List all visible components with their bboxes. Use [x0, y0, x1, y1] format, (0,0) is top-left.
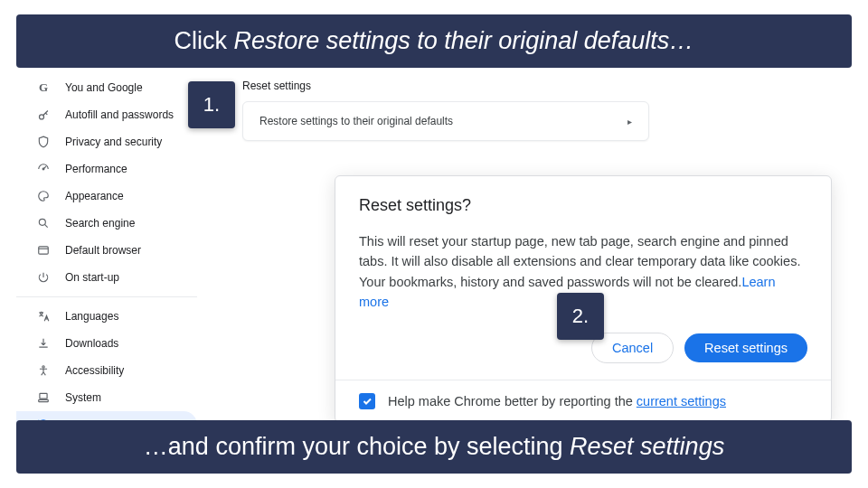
- svg-rect-6: [39, 399, 49, 401]
- system-icon: [36, 390, 51, 405]
- sidebar-separator: [16, 296, 197, 297]
- power-icon: [36, 270, 51, 285]
- search-icon: [36, 216, 51, 230]
- sidebar-item-startup[interactable]: On start-up: [16, 264, 197, 291]
- speedometer-icon: [36, 162, 51, 176]
- settings-sidebar: G You and Google Autofill and passwords …: [16, 74, 197, 477]
- banner-bottom-italic: Reset settings: [570, 433, 724, 460]
- translate-icon: [36, 309, 51, 324]
- sidebar-item-label: Downloads: [65, 337, 118, 350]
- step-badge-2: 2.: [557, 293, 604, 340]
- svg-rect-5: [40, 393, 47, 399]
- sidebar-item-default-browser[interactable]: Default browser: [16, 237, 197, 264]
- dialog-title: Reset settings?: [359, 196, 807, 215]
- step-badge-1: 1.: [188, 81, 235, 128]
- instruction-banner-top: Click Restore settings to their original…: [16, 14, 852, 68]
- dialog-footer: Help make Chrome better by reporting the…: [335, 380, 831, 422]
- sidebar-item-label: On start-up: [65, 271, 119, 284]
- sidebar-item-label: Accessibility: [65, 364, 124, 377]
- sidebar-item-label: Languages: [65, 310, 118, 323]
- sidebar-item-label: Search engine: [65, 217, 135, 230]
- report-settings-checkbox[interactable]: [359, 393, 375, 409]
- section-title: Reset settings: [242, 80, 649, 92]
- footer-text: Help make Chrome better by reporting the: [388, 394, 637, 408]
- sidebar-item-autofill[interactable]: Autofill and passwords: [16, 101, 197, 128]
- browser-icon: [36, 243, 51, 258]
- sidebar-item-accessibility[interactable]: Accessibility: [16, 357, 197, 384]
- sidebar-item-system[interactable]: System: [16, 384, 197, 411]
- shield-icon: [36, 135, 51, 149]
- banner-top-prefix: Click: [175, 27, 234, 54]
- current-settings-link[interactable]: current settings: [637, 394, 726, 408]
- main-panel: Reset settings Restore settings to their…: [242, 80, 649, 141]
- restore-defaults-label: Restore settings to their original defau…: [259, 115, 453, 127]
- download-icon: [36, 336, 51, 351]
- sidebar-item-appearance[interactable]: Appearance: [16, 183, 197, 210]
- reset-settings-button[interactable]: Reset settings: [684, 333, 807, 362]
- sidebar-item-downloads[interactable]: Downloads: [16, 330, 197, 357]
- instruction-banner-bottom: …and confirm your choice by selecting Re…: [16, 420, 852, 474]
- banner-bottom-prefix: …and confirm your choice by selecting: [144, 433, 570, 460]
- accessibility-icon: [36, 363, 51, 378]
- sidebar-item-search-engine[interactable]: Search engine: [16, 210, 197, 237]
- sidebar-item-label: Privacy and security: [65, 136, 162, 148]
- sidebar-item-label: Appearance: [65, 190, 124, 202]
- restore-defaults-row[interactable]: Restore settings to their original defau…: [242, 101, 649, 141]
- content-area: G You and Google Autofill and passwords …: [16, 74, 852, 414]
- palette-icon: [36, 189, 51, 203]
- sidebar-item-label: You and Google: [65, 81, 143, 94]
- chevron-right-icon: ▸: [627, 117, 632, 127]
- key-icon: [36, 108, 51, 122]
- sidebar-item-performance[interactable]: Performance: [16, 155, 197, 183]
- sidebar-item-privacy[interactable]: Privacy and security: [16, 128, 197, 155]
- banner-top-italic: Restore settings to their original defau…: [234, 27, 694, 54]
- svg-rect-3: [39, 247, 49, 254]
- google-icon: G: [36, 80, 51, 95]
- sidebar-item-languages[interactable]: Languages: [16, 303, 197, 330]
- sidebar-item-you-and-google[interactable]: G You and Google: [16, 74, 197, 101]
- svg-point-2: [39, 219, 45, 225]
- sidebar-item-label: Autofill and passwords: [65, 108, 174, 121]
- sidebar-item-label: Default browser: [65, 244, 141, 257]
- svg-point-4: [42, 366, 44, 368]
- svg-point-1: [42, 168, 44, 170]
- sidebar-item-label: Performance: [65, 163, 127, 175]
- sidebar-item-label: System: [65, 391, 101, 404]
